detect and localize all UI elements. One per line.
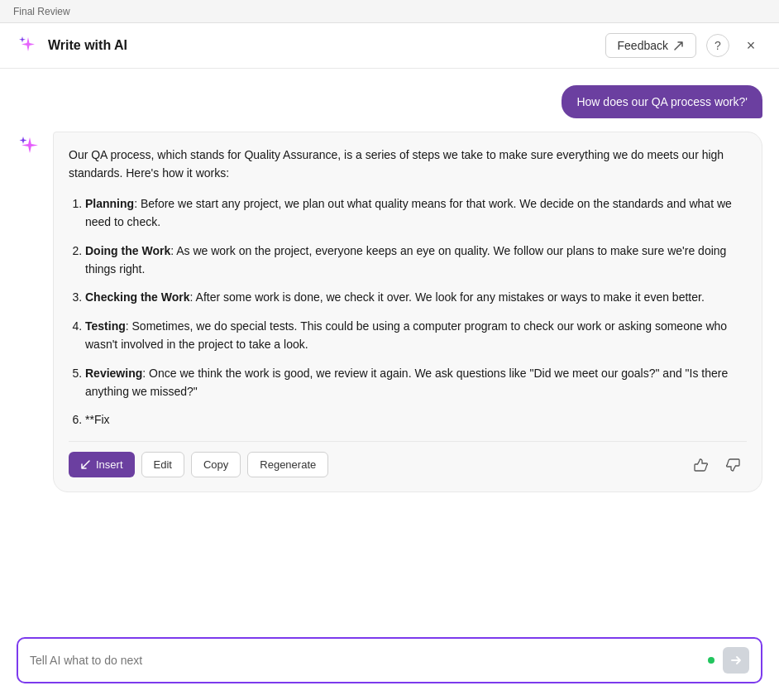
step-text: : After some work is done, we check it o… <box>190 290 705 304</box>
thumbs-up-button[interactable] <box>687 452 714 478</box>
ai-steps-list: Planning: Before we start any project, w… <box>69 194 747 429</box>
list-item: Planning: Before we start any project, w… <box>85 194 747 232</box>
breadcrumb-strip: Final Review <box>0 0 779 23</box>
chat-area: How does our QA process work?' Our QA pr… <box>0 69 779 624</box>
close-icon: × <box>747 37 756 55</box>
thumbs-down-icon <box>726 458 741 472</box>
user-message-text: How does our QA process work?' <box>576 95 748 108</box>
panel-title: Write with AI <box>48 38 127 53</box>
user-message-bubble: How does our QA process work?' <box>562 85 762 118</box>
external-link-icon <box>673 41 684 51</box>
copy-label: Copy <box>203 458 228 471</box>
step-label: Doing the Work <box>85 244 170 257</box>
header: Write with AI Feedback ? × <box>0 23 779 69</box>
ai-actions-left: Insert Edit Copy Regenerate <box>69 452 328 477</box>
step-text: : Before we start any project, we plan o… <box>85 197 732 228</box>
list-item: Testing: Sometimes, we do special tests.… <box>85 317 747 354</box>
help-button[interactable]: ? <box>706 34 729 57</box>
ai-avatar-icon <box>17 133 43 160</box>
input-wrapper <box>17 637 762 683</box>
status-dot <box>708 657 714 664</box>
write-with-ai-panel: Final Review Write with AI Feedback ? × <box>0 0 779 700</box>
ai-response-bubble: Our QA process, which stands for Quality… <box>53 132 762 492</box>
ai-action-bar: Insert Edit Copy Regenerate <box>69 441 747 478</box>
thumbs-down-button[interactable] <box>720 452 747 478</box>
insert-label: Insert <box>96 458 123 471</box>
step-text: : As we work on the project, everyone ke… <box>85 244 726 276</box>
list-item: **Fix <box>85 410 747 429</box>
feedback-label: Feedback <box>618 39 668 52</box>
copy-button[interactable]: Copy <box>191 452 241 477</box>
header-left: Write with AI <box>17 34 127 57</box>
header-right: Feedback ? × <box>605 33 762 58</box>
ai-response: Our QA process, which stands for Quality… <box>17 132 762 492</box>
breadcrumb: Final Review <box>13 6 70 17</box>
send-button[interactable] <box>723 647 749 674</box>
step-text: **Fix <box>85 413 110 426</box>
step-text: : Sometimes, we do special tests. This c… <box>85 319 727 351</box>
step-text: : Once we think the work is good, we rev… <box>85 367 728 398</box>
ai-intro-text: Our QA process, which stands for Quality… <box>69 146 747 183</box>
input-area <box>0 624 779 700</box>
send-icon <box>730 654 742 666</box>
edit-button[interactable]: Edit <box>141 452 184 477</box>
regenerate-label: Regenerate <box>260 458 316 471</box>
step-label: Testing <box>85 319 126 333</box>
ai-prompt-input[interactable] <box>30 654 700 667</box>
close-button[interactable]: × <box>739 34 762 57</box>
thumbs-up-icon <box>693 458 708 472</box>
ai-sparkle-icon <box>17 34 40 57</box>
ai-actions-right <box>687 452 747 478</box>
list-item: Reviewing: Once we think the work is goo… <box>85 364 747 401</box>
insert-icon <box>80 459 91 470</box>
list-item: Checking the Work: After some work is do… <box>85 288 747 306</box>
help-icon: ? <box>714 39 721 52</box>
regenerate-button[interactable]: Regenerate <box>247 452 328 477</box>
insert-button[interactable]: Insert <box>69 452 135 477</box>
step-label: Planning <box>85 197 134 210</box>
edit-label: Edit <box>154 458 172 471</box>
step-label: Reviewing <box>85 367 142 380</box>
step-label: Checking the Work <box>85 290 190 304</box>
feedback-button[interactable]: Feedback <box>605 33 696 58</box>
list-item: Doing the Work: As we work on the projec… <box>85 242 747 279</box>
